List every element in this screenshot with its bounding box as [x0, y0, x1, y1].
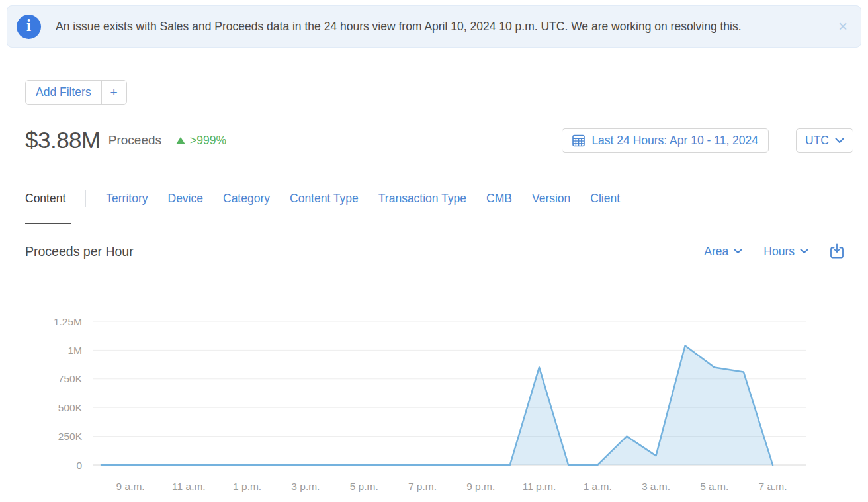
- close-icon[interactable]: ×: [838, 19, 847, 34]
- dimension-tabs: ContentTerritoryDeviceCategoryContent Ty…: [25, 190, 843, 224]
- y-axis-label: 500K: [58, 402, 83, 413]
- calendar-icon: [572, 134, 585, 147]
- tab-content[interactable]: Content: [25, 192, 65, 206]
- add-filters-control: Add Filters +: [25, 80, 127, 105]
- add-filter-plus-button[interactable]: +: [101, 81, 126, 104]
- tab-category[interactable]: Category: [223, 192, 270, 206]
- chart-type-dropdown[interactable]: Area: [704, 245, 742, 259]
- banner-message: An issue exists with Sales and Proceeds …: [56, 20, 742, 34]
- x-axis-label: 3 a.m.: [642, 481, 670, 492]
- change-percent: >999%: [190, 134, 226, 147]
- y-axis-label: 0: [76, 460, 82, 471]
- active-tab-underline: [25, 223, 71, 224]
- x-axis-label: 11 p.m.: [523, 481, 556, 492]
- x-axis-label: 7 p.m.: [408, 481, 437, 492]
- chevron-down-icon: [835, 138, 844, 144]
- x-axis-label: 1 p.m.: [233, 481, 261, 492]
- tab-divider: [85, 190, 86, 207]
- chart-section-header: Proceeds per Hour Area Hours: [25, 241, 844, 262]
- timezone-dropdown[interactable]: UTC: [796, 128, 853, 153]
- chevron-down-icon: [800, 249, 808, 254]
- metric-row: $3.88M Proceeds >999% Last 24 Hours: Apr…: [25, 126, 853, 154]
- tab-version[interactable]: Version: [532, 192, 570, 206]
- tab-content-type[interactable]: Content Type: [290, 192, 359, 206]
- tab-territory[interactable]: Territory: [106, 192, 148, 206]
- info-icon: i: [17, 15, 41, 39]
- date-range-button[interactable]: Last 24 Hours: Apr 10 - 11, 2024: [562, 128, 769, 153]
- y-axis-label: 1M: [67, 345, 82, 356]
- change-badge: >999%: [176, 134, 226, 147]
- download-icon: [830, 243, 844, 259]
- add-filters-button[interactable]: Add Filters: [26, 81, 101, 104]
- chart-title: Proceeds per Hour: [25, 244, 134, 259]
- interval-label: Hours: [763, 245, 795, 259]
- x-axis-label: 9 a.m.: [116, 481, 145, 492]
- x-axis-label: 11 a.m.: [172, 481, 206, 492]
- tab-transaction-type[interactable]: Transaction Type: [378, 192, 466, 206]
- tab-device[interactable]: Device: [168, 192, 204, 206]
- download-button[interactable]: [830, 243, 844, 259]
- chevron-down-icon: [734, 249, 742, 254]
- proceeds-per-hour-chart[interactable]: 0250K500K750K1M1.25M9 a.m.11 a.m.1 p.m.3…: [0, 301, 868, 502]
- y-axis-label: 250K: [58, 431, 83, 442]
- x-axis-label: 5 a.m.: [700, 481, 728, 492]
- x-axis-label: 3 p.m.: [291, 481, 320, 492]
- proceeds-label: Proceeds: [108, 133, 161, 147]
- date-range-label: Last 24 Hours: Apr 10 - 11, 2024: [591, 134, 758, 147]
- tab-cmb[interactable]: CMB: [486, 192, 512, 206]
- y-axis-label: 750K: [58, 373, 83, 384]
- x-axis-label: 9 p.m.: [466, 481, 495, 492]
- proceeds-area-fill: [101, 346, 773, 466]
- x-axis-label: 7 a.m.: [758, 481, 787, 492]
- interval-dropdown[interactable]: Hours: [763, 245, 808, 259]
- issue-banner: i An issue exists with Sales and Proceed…: [7, 5, 861, 48]
- tab-client[interactable]: Client: [590, 192, 620, 206]
- x-axis-label: 5 p.m.: [350, 481, 378, 492]
- timezone-label: UTC: [805, 134, 829, 147]
- chart-type-label: Area: [704, 245, 728, 259]
- proceeds-total: $3.88M: [25, 127, 101, 153]
- y-axis-label: 1.25M: [54, 316, 82, 327]
- arrow-up-icon: [176, 137, 185, 144]
- x-axis-label: 1 a.m.: [584, 481, 612, 492]
